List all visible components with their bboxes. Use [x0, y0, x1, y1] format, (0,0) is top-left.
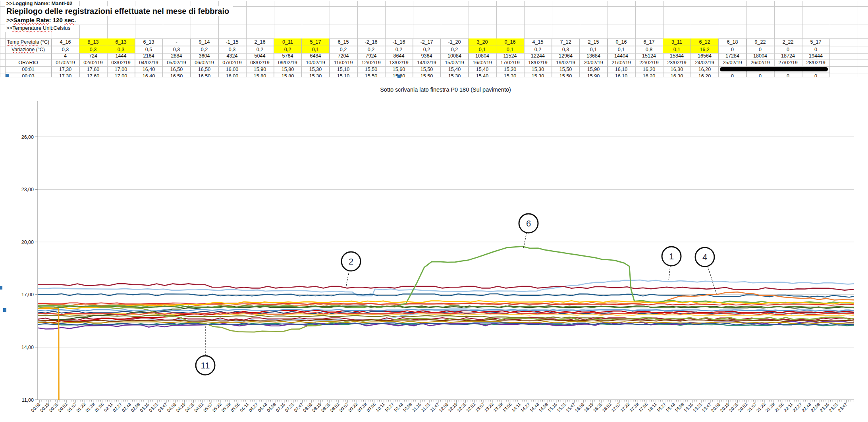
temp-peretola-cell[interactable]: -1_16 [385, 38, 413, 46]
date-cell[interactable]: 21/02/19 [608, 59, 635, 66]
temp-peretola-cell[interactable]: 5_17 [802, 38, 830, 46]
temp-peretola-cell[interactable]: 6_17 [635, 38, 663, 46]
temp-peretola-cell[interactable]: - [163, 38, 191, 46]
temperature-cell[interactable]: 17,60 [79, 73, 107, 77]
variazione-cell[interactable]: 0,2 [191, 46, 218, 53]
temperature-cell[interactable]: 16,20 [691, 73, 719, 77]
variazione-cell[interactable]: 0,2 [330, 46, 357, 53]
temp-peretola-cell[interactable]: 6_18 [719, 38, 746, 46]
date-cell[interactable]: 17/02/19 [496, 59, 524, 66]
temperature-cell[interactable]: 17,00 [107, 73, 135, 77]
temp-peretola-cell[interactable]: 4_15 [524, 38, 552, 46]
variazione-cell[interactable]: 0,1 [663, 46, 691, 53]
temperature-cell[interactable]: 15,30 [302, 73, 330, 77]
temperature-cell[interactable]: 15,40 [441, 66, 469, 73]
sample-count-cell[interactable]: 12964 [552, 53, 580, 59]
temperature-cell[interactable]: 16,20 [635, 73, 663, 77]
row-label-cell[interactable] [5, 53, 52, 59]
temp-peretola-cell[interactable]: 4_16 [52, 38, 79, 46]
row-label-cell[interactable]: Temp Peretola (°C) [5, 38, 52, 46]
date-cell[interactable]: 27/02/19 [774, 59, 802, 66]
sheet-info-row[interactable]: >>Temperature Unit:Celsius [5, 25, 74, 32]
variazione-cell[interactable]: 0,1 [496, 46, 524, 53]
variazione-cell[interactable]: 0,2 [274, 46, 302, 53]
temperature-cell[interactable]: 16,50 [191, 73, 218, 77]
date-cell[interactable]: 02/02/19 [79, 59, 107, 66]
sample-count-cell[interactable]: 15844 [663, 53, 691, 59]
sample-count-cell[interactable]: 8644 [385, 53, 413, 59]
date-cell[interactable]: 07/02/19 [218, 59, 246, 66]
temp-peretola-cell[interactable]: 3_11 [663, 38, 691, 46]
variazione-cell[interactable]: 0,3 [163, 46, 191, 53]
variazione-cell[interactable]: 0,2 [441, 46, 469, 53]
temperature-cell[interactable]: 15,40 [469, 73, 496, 77]
date-cell[interactable]: 11/02/19 [330, 59, 357, 66]
temperature-cell[interactable]: 16,50 [191, 66, 218, 73]
temperature-cell[interactable]: 15,90 [246, 66, 274, 73]
temperature-cell[interactable]: 0 [746, 73, 774, 77]
temperature-cell[interactable]: 15,30 [441, 73, 469, 77]
variazione-cell[interactable]: 0,1 [302, 46, 330, 53]
temperature-cell[interactable]: 15,30 [302, 66, 330, 73]
sheet-info-row[interactable]: >>Logging Name: Manti-02 [5, 1, 76, 6]
temp-peretola-cell[interactable]: -2_16 [357, 38, 385, 46]
temperature-cell[interactable]: 16,50 [163, 73, 191, 77]
temp-peretola-cell[interactable]: 0_11 [274, 38, 302, 46]
temperature-cell[interactable]: 16,40 [135, 73, 163, 77]
temperature-cell[interactable]: 15,50 [357, 73, 385, 77]
sheet-info-row[interactable]: >>Sample Rate: 120 sec. [5, 16, 80, 25]
row-label-cell[interactable]: ORARIO [5, 59, 52, 66]
temperature-cell[interactable]: 15,80 [274, 73, 302, 77]
variazione-cell[interactable]: 0,3 [52, 46, 79, 53]
variazione-cell[interactable]: 0,1 [469, 46, 496, 53]
date-cell[interactable]: 05/02/19 [163, 59, 191, 66]
sample-count-cell[interactable]: 7204 [330, 53, 357, 59]
temperature-cell[interactable]: 15,90 [580, 73, 608, 77]
temp-peretola-cell[interactable]: 6_12 [691, 38, 719, 46]
date-cell[interactable]: 28/02/19 [802, 59, 830, 66]
date-cell[interactable]: 01/02/19 [52, 59, 79, 66]
temperature-cell[interactable]: 17,30 [52, 66, 79, 73]
temperature-cell[interactable]: 15,30 [524, 73, 552, 77]
temperature-cell[interactable]: 16,20 [635, 66, 663, 73]
variazione-cell[interactable]: 0 [802, 46, 830, 53]
temperature-cell[interactable]: 0 [774, 73, 802, 77]
sample-count-cell[interactable]: 18724 [774, 53, 802, 59]
temp-peretola-cell[interactable]: -1_15 [218, 38, 246, 46]
temp-peretola-cell[interactable]: 2_16 [246, 38, 274, 46]
temp-peretola-cell[interactable]: 7_12 [552, 38, 580, 46]
sample-count-cell[interactable]: 16564 [691, 53, 719, 59]
sample-count-cell[interactable]: 4 [52, 53, 79, 59]
temperature-cell[interactable]: 16,30 [663, 66, 691, 73]
temperature-cell[interactable]: 16,00 [218, 73, 246, 77]
row-label-cell[interactable]: Variazione (°C) [5, 46, 52, 53]
sample-count-cell[interactable]: 1444 [107, 53, 135, 59]
variazione-cell[interactable]: 0,3 [107, 46, 135, 53]
variazione-cell[interactable]: 0,2 [385, 46, 413, 53]
variazione-cell[interactable]: 0 [746, 46, 774, 53]
temperature-cell[interactable]: 17,60 [79, 66, 107, 73]
temp-peretola-cell[interactable]: 2_22 [774, 38, 802, 46]
temperature-cell[interactable]: 16,20 [691, 66, 719, 73]
variazione-cell[interactable]: 0,8 [635, 46, 663, 53]
sample-count-cell[interactable]: 9364 [413, 53, 441, 59]
temperature-cell[interactable]: 15,40 [469, 66, 496, 73]
sample-count-cell[interactable]: 2884 [163, 53, 191, 59]
temp-peretola-cell[interactable]: -2_17 [413, 38, 441, 46]
date-cell[interactable]: 23/02/19 [663, 59, 691, 66]
date-cell[interactable]: 10/02/19 [302, 59, 330, 66]
temperature-cell[interactable]: 15,80 [274, 66, 302, 73]
sample-count-cell[interactable]: 5764 [274, 53, 302, 59]
sample-count-cell[interactable]: 2164 [135, 53, 163, 59]
date-cell[interactable]: 09/02/19 [274, 59, 302, 66]
temperature-cell[interactable]: 15,30 [496, 73, 524, 77]
date-cell[interactable]: 04/02/19 [135, 59, 163, 66]
sample-count-cell[interactable]: 12244 [524, 53, 552, 59]
chart-area[interactable]: 11,0014,0017,0020,0023,0026,0000:0300:19… [0, 77, 868, 422]
temperature-cell[interactable]: 15,10 [330, 73, 357, 77]
temp-peretola-cell[interactable]: 9_22 [746, 38, 774, 46]
variazione-cell[interactable]: 0,1 [608, 46, 635, 53]
variazione-cell[interactable]: 0,2 [357, 46, 385, 53]
sample-count-cell[interactable]: 13684 [580, 53, 608, 59]
temperature-cell[interactable]: 15,50 [413, 66, 441, 73]
